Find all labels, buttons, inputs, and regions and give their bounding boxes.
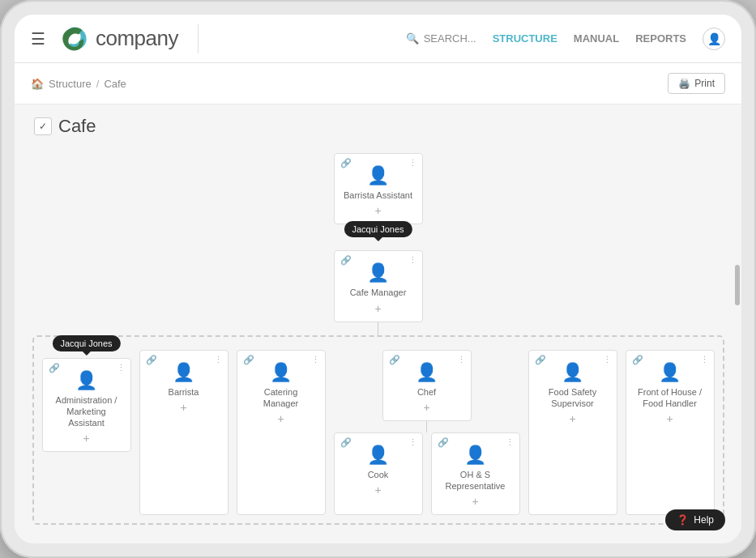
user-profile-icon[interactable]: 👤 (703, 28, 725, 50)
connector-chef-sub (426, 421, 427, 432)
help-label: Help (694, 514, 714, 526)
node-barrista[interactable]: 🔗 ⋮ 👤 Barrista + (139, 350, 229, 516)
company-logo (60, 24, 89, 53)
nav-reports[interactable]: REPORTS (635, 32, 686, 45)
link-icon: 🔗 (340, 437, 352, 448)
dots-icon: ⋮ (214, 355, 224, 365)
link-icon: 🔗 (535, 355, 546, 365)
dots-icon: ⋮ (311, 355, 321, 365)
link-icon: 🔗 (49, 363, 60, 373)
printer-icon: 🖨️ (678, 78, 690, 89)
dots-icon: ⋮ (408, 437, 418, 448)
nav-items: 🔍 SEARCH... STRUCTURE MANUAL REPORTS 👤 (406, 28, 725, 50)
person-icon: 👤 (391, 362, 463, 383)
person-icon: 👤 (634, 362, 706, 383)
node-chef[interactable]: 🔗 ⋮ 👤 Chef + (382, 350, 472, 421)
plus-icon[interactable]: + (537, 412, 609, 425)
node-cook[interactable]: 🔗 ⋮ 👤 Cook + (334, 432, 423, 516)
node-admin[interactable]: 🔗 ⋮ 👤 Administration / Marketing Assista… (42, 358, 131, 453)
person-icon: 👤 (51, 370, 122, 391)
node-label: OH & S Representative (440, 469, 511, 492)
person-icon: 👤 (343, 445, 414, 466)
dots-icon: ⋮ (117, 363, 126, 373)
node-ohs[interactable]: 🔗 ⋮ 👤 OH & S Representative + (431, 432, 520, 516)
node-label: Cook (343, 469, 414, 480)
node-admin-wrapper: Jacqui Jones 🔗 ⋮ 👤 Administration / Mark… (42, 350, 131, 516)
dots-icon: ⋮ (700, 355, 710, 365)
org-chart-layout: 🔗 ⋮ 👤 Barrista Assistant + Jacqui Jones … (34, 153, 722, 525)
logo-text: company (96, 26, 178, 51)
node-label: Barrista Assistant (343, 190, 414, 201)
link-icon: 🔗 (389, 355, 400, 365)
node-barrista-assistant[interactable]: 🔗 ⋮ 👤 Barrista Assistant + (334, 153, 423, 224)
org-chart-area: ✓ Cafe 🔗 ⋮ 👤 Barrista Assistant + (15, 104, 741, 543)
node-label: Barrista (148, 386, 220, 398)
plus-icon[interactable]: + (148, 401, 220, 414)
plus-icon[interactable]: + (634, 412, 706, 425)
link-icon: 🔗 (340, 158, 352, 168)
cafe-manager-tooltip: Jacqui Jones (344, 221, 412, 237)
node-cafe-manager-wrapper: Jacqui Jones 🔗 ⋮ 👤 Cafe Manager + (334, 239, 423, 322)
logo-area: company (60, 24, 199, 53)
breadcrumb-current: Cafe (104, 78, 126, 90)
link-icon: 🔗 (632, 355, 643, 365)
person-icon: 👤 (537, 362, 609, 383)
node-food-safety[interactable]: 🔗 ⋮ 👤 Food Safety Supervisor + (528, 350, 617, 516)
plus-icon[interactable]: + (440, 495, 511, 508)
node-label: Catering Manager (246, 386, 317, 410)
nav-manual[interactable]: MANUAL (574, 32, 619, 45)
node-label: Front of House / Food Handler (634, 386, 706, 410)
node-label: Food Safety Supervisor (537, 386, 609, 410)
search-icon: 🔍 (406, 32, 419, 45)
breadcrumb-separator: / (96, 78, 100, 90)
node-catering-manager[interactable]: 🔗 ⋮ 👤 Catering Manager + (237, 350, 326, 516)
dashed-level2-wrapper: Jacqui Jones 🔗 ⋮ 👤 Administration / Mark… (34, 335, 722, 526)
link-icon: 🔗 (243, 355, 254, 365)
nav-structure[interactable]: STRUCTURE (493, 32, 557, 45)
dots-icon: ⋮ (603, 355, 613, 365)
person-icon: 👤 (440, 445, 511, 466)
link-icon: 🔗 (340, 255, 352, 266)
person-icon: 👤 (148, 362, 220, 383)
section-title-text: Cafe (58, 116, 96, 137)
node-label: Cafe Manager (343, 287, 414, 298)
node-cafe-manager[interactable]: 🔗 ⋮ 👤 Cafe Manager + (334, 250, 423, 322)
main-content: 🏠 Structure / Cafe 🖨️ Print ✓ Cafe (15, 63, 741, 543)
admin-tooltip: Jacqui Jones (52, 335, 120, 351)
person-icon: 👤 (343, 165, 414, 186)
help-button[interactable]: ❓ Help (665, 509, 725, 530)
section-title-row: ✓ Cafe (34, 116, 722, 137)
breadcrumb: 🏠 Structure / Cafe (31, 78, 126, 90)
print-button[interactable]: 🖨️ Print (668, 73, 725, 94)
home-icon: 🏠 (31, 78, 44, 90)
dots-icon: ⋮ (408, 158, 418, 168)
link-icon: 🔗 (438, 437, 449, 448)
link-icon: 🔗 (146, 355, 157, 365)
search-nav[interactable]: 🔍 SEARCH... (406, 32, 476, 45)
chef-sub-nodes: 🔗 ⋮ 👤 Cook + 🔗 ⋮ 👤 (334, 432, 520, 516)
dots-icon: ⋮ (457, 355, 467, 365)
plus-icon[interactable]: + (343, 204, 414, 217)
help-icon: ❓ (677, 514, 689, 526)
plus-icon[interactable]: + (343, 483, 414, 496)
print-label: Print (694, 78, 715, 89)
dashed-container: Jacqui Jones 🔗 ⋮ 👤 Administration / Mark… (32, 335, 724, 526)
section-toggle[interactable]: ✓ (34, 117, 52, 135)
search-label: SEARCH... (424, 32, 476, 45)
dots-icon: ⋮ (408, 255, 418, 266)
chef-column: 🔗 ⋮ 👤 Chef + 🔗 (334, 350, 520, 516)
node-front-of-house[interactable]: 🔗 ⋮ 👤 Front of House / Food Handler + (626, 350, 715, 516)
hamburger-icon[interactable]: ☰ (31, 29, 45, 49)
plus-icon[interactable]: + (246, 412, 317, 425)
breadcrumb-bar: 🏠 Structure / Cafe 🖨️ Print (15, 63, 741, 104)
header: ☰ company 🔍 SEARCH... STRUCTURE MANUAL R… (15, 15, 741, 63)
plus-icon[interactable]: + (343, 302, 414, 315)
connector-v-2 (378, 322, 378, 335)
person-icon: 👤 (343, 262, 414, 283)
node-label: Chef (391, 386, 463, 398)
dots-icon: ⋮ (506, 437, 515, 448)
plus-icon[interactable]: + (51, 432, 122, 445)
breadcrumb-home[interactable]: Structure (49, 78, 92, 90)
plus-icon[interactable]: + (391, 401, 463, 414)
person-icon: 👤 (246, 362, 317, 383)
